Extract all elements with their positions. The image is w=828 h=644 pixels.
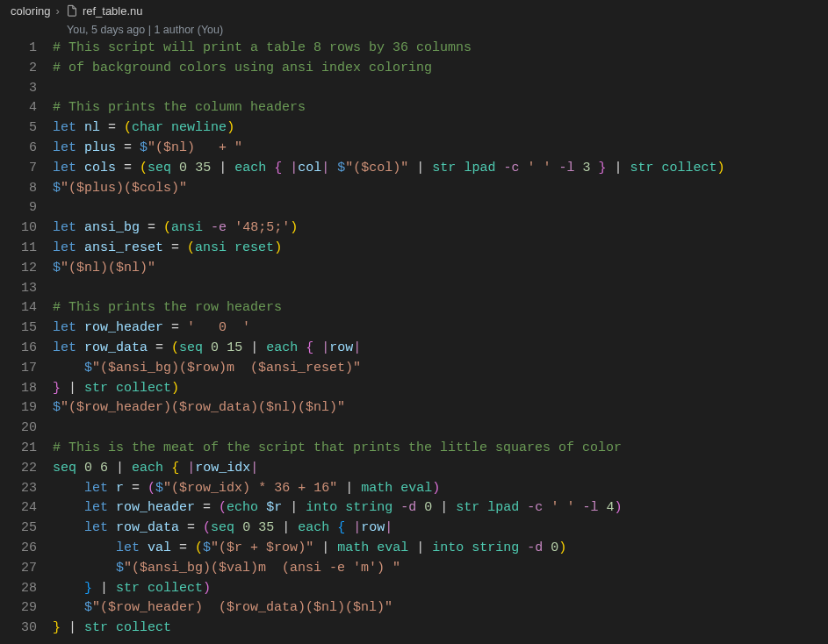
line-number: 7 [0,159,53,179]
code-line[interactable]: let nl = (char newline) [53,118,828,139]
code-editor[interactable]: 1# This script will print a table 8 rows… [0,39,828,639]
file-icon [65,4,79,18]
line-number: 15 [0,318,53,339]
code-line[interactable]: $"($plus)($cols)" [53,179,828,199]
code-line[interactable]: $"($ansi_bg)($row)m ($ansi_reset)" [53,359,828,379]
line-number: 1 [0,39,53,59]
comment: # This prints the row headers [53,300,282,315]
code-line[interactable]: $"($ansi_bg)($val)m (ansi -e 'm') " [53,559,828,579]
code-line[interactable]: let val = ($"($r + $row)" | math eval | … [53,539,828,559]
code-line[interactable]: $"($nl)($nl)" [53,259,828,279]
chevron-right-icon: › [56,4,60,18]
code-line[interactable]: } | str collect) [53,579,828,599]
code-line[interactable]: let plus = $"($nl) + " [53,139,828,159]
comment: # This prints the column headers [53,100,306,115]
comment: # This script will print a table 8 rows … [53,40,472,55]
line-number: 25 [0,519,53,539]
line-number: 13 [0,279,53,299]
code-line[interactable]: let cols = (seq 0 35 | each { |col| $"($… [53,159,828,179]
line-number: 26 [0,539,53,559]
line-number: 24 [0,498,53,519]
line-number: 14 [0,298,53,318]
line-number: 27 [0,559,53,579]
code-line[interactable]: let r = ($"($row_idx) * 36 + 16" | math … [53,479,828,499]
line-number: 12 [0,259,53,279]
code-line[interactable]: let row_data = (seq 0 15 | each { |row| [53,339,828,359]
code-line[interactable]: let ansi_bg = (ansi -e '48;5;') [53,218,828,239]
line-number: 22 [0,459,53,479]
line-number: 9 [0,198,53,218]
line-number: 4 [0,98,53,118]
line-number: 20 [0,419,53,439]
line-number: 3 [0,79,53,99]
code-line[interactable]: let row_data = (seq 0 35 | each { |row| [53,519,828,539]
line-number: 8 [0,179,53,199]
line-number: 11 [0,239,53,259]
line-number: 21 [0,439,53,459]
breadcrumb[interactable]: coloring › ref_table.nu [0,0,828,21]
git-blame-annotation[interactable]: You, 5 days ago | 1 author (You) [0,21,828,39]
line-number: 6 [0,139,53,159]
code-line[interactable]: let row_header = ' 0 ' [53,318,828,339]
line-number: 2 [0,59,53,79]
line-number: 17 [0,359,53,379]
code-line[interactable]: } | str collect [53,619,828,639]
line-number: 30 [0,619,53,639]
line-number: 18 [0,379,53,399]
code-line[interactable]: let ansi_reset = (ansi reset) [53,239,828,259]
line-number: 29 [0,598,53,619]
comment: # This is the meat of the script that pr… [53,440,622,455]
code-line[interactable]: $"($row_header)($row_data)($nl)($nl)" [53,398,828,419]
line-number: 16 [0,339,53,359]
comment: # of background colors using ansi index … [53,61,432,75]
line-number: 28 [0,579,53,599]
code-line[interactable]: $"($row_header) ($row_data)($nl)($nl)" [53,598,828,619]
breadcrumb-folder[interactable]: coloring [11,4,51,18]
code-line[interactable]: let row_header = (echo $r | into string … [53,498,828,519]
line-number: 10 [0,218,53,239]
line-number: 19 [0,398,53,419]
code-line[interactable]: seq 0 6 | each { |row_idx| [53,459,828,479]
line-number: 5 [0,118,53,139]
code-line[interactable]: } | str collect) [53,379,828,399]
line-number: 23 [0,479,53,499]
breadcrumb-file[interactable]: ref_table.nu [83,4,143,18]
